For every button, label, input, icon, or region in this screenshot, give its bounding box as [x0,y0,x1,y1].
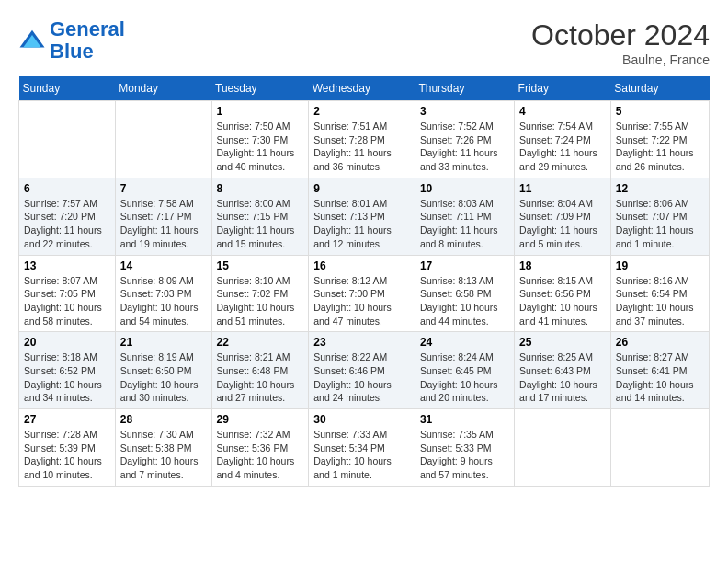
day-cell: 18Sunrise: 8:15 AM Sunset: 6:56 PM Dayli… [515,255,611,332]
location: Baulne, France [531,52,710,67]
day-info: Sunrise: 8:00 AM Sunset: 7:15 PM Dayligh… [217,197,304,251]
day-cell: 13Sunrise: 8:07 AM Sunset: 7:05 PM Dayli… [19,255,116,332]
day-cell: 30Sunrise: 7:33 AM Sunset: 5:34 PM Dayli… [309,409,415,487]
day-cell: 4Sunrise: 7:54 AM Sunset: 7:24 PM Daylig… [515,101,611,178]
logo-text: General Blue [50,18,125,63]
day-cell: 15Sunrise: 8:10 AM Sunset: 7:02 PM Dayli… [211,255,309,332]
day-number: 18 [519,259,606,272]
day-cell: 11Sunrise: 8:04 AM Sunset: 7:09 PM Dayli… [515,178,611,255]
day-info: Sunrise: 7:33 AM Sunset: 5:34 PM Dayligh… [313,428,410,482]
day-info: Sunrise: 8:10 AM Sunset: 7:02 PM Dayligh… [217,274,304,328]
day-number: 17 [420,259,509,272]
day-cell: 7Sunrise: 7:58 AM Sunset: 7:17 PM Daylig… [115,178,211,255]
day-info: Sunrise: 8:21 AM Sunset: 6:48 PM Dayligh… [217,350,304,405]
day-number: 6 [24,182,110,195]
day-number: 1 [217,105,304,118]
day-info: Sunrise: 8:13 AM Sunset: 6:58 PM Dayligh… [420,274,509,328]
day-info: Sunrise: 8:04 AM Sunset: 7:09 PM Dayligh… [519,197,606,251]
day-cell: 23Sunrise: 8:22 AM Sunset: 6:46 PM Dayli… [309,332,415,409]
week-row-1: 1Sunrise: 7:50 AM Sunset: 7:30 PM Daylig… [19,101,710,178]
day-number: 28 [120,413,207,426]
day-info: Sunrise: 7:52 AM Sunset: 7:26 PM Dayligh… [420,120,509,174]
day-number: 4 [519,105,606,118]
week-row-2: 6Sunrise: 7:57 AM Sunset: 7:20 PM Daylig… [19,178,710,255]
day-cell: 12Sunrise: 8:06 AM Sunset: 7:07 PM Dayli… [610,178,709,255]
week-row-4: 20Sunrise: 8:18 AM Sunset: 6:52 PM Dayli… [19,332,710,409]
day-number: 14 [120,259,207,272]
page-header: General Blue October 2024 Baulne, France [18,18,710,67]
day-cell: 5Sunrise: 7:55 AM Sunset: 7:22 PM Daylig… [610,101,709,178]
day-number: 5 [616,105,704,118]
day-cell [610,409,709,487]
day-cell: 10Sunrise: 8:03 AM Sunset: 7:11 PM Dayli… [415,178,514,255]
day-number: 7 [120,182,207,195]
day-info: Sunrise: 8:01 AM Sunset: 7:13 PM Dayligh… [313,197,410,251]
day-number: 3 [420,105,509,118]
day-number: 11 [519,182,606,195]
day-cell: 3Sunrise: 7:52 AM Sunset: 7:26 PM Daylig… [415,101,514,178]
day-info: Sunrise: 7:54 AM Sunset: 7:24 PM Dayligh… [519,120,606,174]
column-header-monday: Monday [115,76,211,101]
day-cell: 29Sunrise: 7:32 AM Sunset: 5:36 PM Dayli… [211,409,309,487]
day-number: 29 [217,413,304,426]
day-number: 8 [217,182,304,195]
day-info: Sunrise: 7:32 AM Sunset: 5:36 PM Dayligh… [217,428,304,482]
day-cell: 21Sunrise: 8:19 AM Sunset: 6:50 PM Dayli… [115,332,211,409]
day-cell [19,101,116,178]
day-number: 2 [313,105,410,118]
day-cell: 20Sunrise: 8:18 AM Sunset: 6:52 PM Dayli… [19,332,116,409]
day-number: 15 [217,259,304,272]
day-info: Sunrise: 7:50 AM Sunset: 7:30 PM Dayligh… [217,120,304,174]
day-number: 12 [616,182,704,195]
day-cell: 2Sunrise: 7:51 AM Sunset: 7:28 PM Daylig… [309,101,415,178]
day-cell: 31Sunrise: 7:35 AM Sunset: 5:33 PM Dayli… [415,409,514,487]
day-cell: 26Sunrise: 8:27 AM Sunset: 6:41 PM Dayli… [610,332,709,409]
day-cell: 19Sunrise: 8:16 AM Sunset: 6:54 PM Dayli… [610,255,709,332]
day-info: Sunrise: 8:16 AM Sunset: 6:54 PM Dayligh… [616,274,704,328]
day-info: Sunrise: 8:06 AM Sunset: 7:07 PM Dayligh… [616,197,704,251]
day-info: Sunrise: 7:28 AM Sunset: 5:39 PM Dayligh… [24,428,110,482]
day-number: 31 [420,413,509,426]
column-header-friday: Friday [515,76,611,101]
logo-icon [18,27,46,54]
day-info: Sunrise: 8:09 AM Sunset: 7:03 PM Dayligh… [120,274,207,328]
column-header-saturday: Saturday [610,76,709,101]
day-cell: 9Sunrise: 8:01 AM Sunset: 7:13 PM Daylig… [309,178,415,255]
day-number: 27 [24,413,110,426]
week-row-5: 27Sunrise: 7:28 AM Sunset: 5:39 PM Dayli… [19,409,710,487]
day-number: 21 [120,336,207,349]
column-header-sunday: Sunday [19,76,116,101]
day-info: Sunrise: 7:58 AM Sunset: 7:17 PM Dayligh… [120,197,207,251]
day-number: 30 [313,413,410,426]
day-info: Sunrise: 8:19 AM Sunset: 6:50 PM Dayligh… [120,350,207,405]
day-cell: 8Sunrise: 8:00 AM Sunset: 7:15 PM Daylig… [211,178,309,255]
day-number: 22 [217,336,304,349]
day-info: Sunrise: 7:35 AM Sunset: 5:33 PM Dayligh… [420,428,509,482]
day-cell [515,409,611,487]
day-info: Sunrise: 7:57 AM Sunset: 7:20 PM Dayligh… [24,197,110,251]
day-cell: 17Sunrise: 8:13 AM Sunset: 6:58 PM Dayli… [415,255,514,332]
column-header-tuesday: Tuesday [211,76,309,101]
day-info: Sunrise: 8:24 AM Sunset: 6:45 PM Dayligh… [420,350,509,405]
month-title: October 2024 [531,18,710,52]
logo: General Blue [18,18,125,63]
day-number: 9 [313,182,410,195]
day-cell: 16Sunrise: 8:12 AM Sunset: 7:00 PM Dayli… [309,255,415,332]
day-number: 19 [616,259,704,272]
day-info: Sunrise: 8:18 AM Sunset: 6:52 PM Dayligh… [24,350,110,405]
day-number: 10 [420,182,509,195]
day-cell: 25Sunrise: 8:25 AM Sunset: 6:43 PM Dayli… [515,332,611,409]
day-info: Sunrise: 8:22 AM Sunset: 6:46 PM Dayligh… [313,350,410,405]
day-cell: 24Sunrise: 8:24 AM Sunset: 6:45 PM Dayli… [415,332,514,409]
day-number: 16 [313,259,410,272]
week-row-3: 13Sunrise: 8:07 AM Sunset: 7:05 PM Dayli… [19,255,710,332]
day-info: Sunrise: 8:27 AM Sunset: 6:41 PM Dayligh… [616,350,704,405]
column-header-wednesday: Wednesday [309,76,415,101]
day-number: 20 [24,336,110,349]
day-number: 13 [24,259,110,272]
day-info: Sunrise: 8:25 AM Sunset: 6:43 PM Dayligh… [519,350,606,405]
day-number: 25 [519,336,606,349]
day-info: Sunrise: 8:03 AM Sunset: 7:11 PM Dayligh… [420,197,509,251]
day-cell: 27Sunrise: 7:28 AM Sunset: 5:39 PM Dayli… [19,409,116,487]
day-info: Sunrise: 8:07 AM Sunset: 7:05 PM Dayligh… [24,274,110,328]
